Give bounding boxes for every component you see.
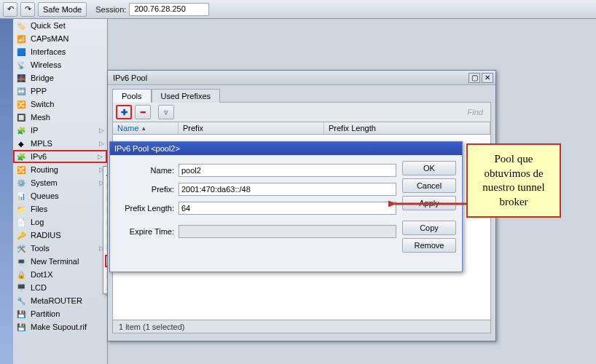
status-bar: 1 item (1 selected) xyxy=(113,320,490,333)
menu-icon: 📁 xyxy=(16,204,26,214)
dialog-titlebar[interactable]: IPv6 Pool <pool2> xyxy=(110,142,462,155)
prefix-label: Prefix: xyxy=(116,185,174,194)
find-field[interactable]: Find xyxy=(468,108,487,116)
menu-item-files[interactable]: 📁Files xyxy=(13,202,107,215)
menu-label: Quick Set xyxy=(31,21,66,30)
menu-label: Routing xyxy=(31,165,58,174)
menu-label: IP xyxy=(31,126,38,135)
menu-icon: ⚙️ xyxy=(16,178,26,188)
prefix-length-label: Prefix Length: xyxy=(116,204,174,213)
copy-button[interactable]: Copy xyxy=(402,221,456,235)
menu-label: Tools xyxy=(31,244,50,253)
apply-button[interactable]: Apply xyxy=(402,196,456,210)
menu-item-switch[interactable]: 🔀Switch xyxy=(13,98,107,111)
window-minimize-button[interactable]: ▢ xyxy=(468,73,480,83)
menu-label: MPLS xyxy=(31,139,52,148)
menu-item-partition[interactable]: 💾Partition xyxy=(13,307,107,320)
tabs: Pools Used Prefixes xyxy=(108,85,495,102)
tab-pools[interactable]: Pools xyxy=(112,89,152,103)
menu-item-make-supout-rif[interactable]: 💾Make Supout.rif xyxy=(13,320,107,333)
expire-time-label: Expire Time: xyxy=(116,227,174,236)
menu-item-bridge[interactable]: 🌉Bridge xyxy=(13,71,107,84)
menu-label: System xyxy=(31,178,58,187)
name-label: Name: xyxy=(116,166,174,175)
undo-button[interactable]: ↶ xyxy=(3,2,17,17)
menu-label: Switch xyxy=(31,100,54,108)
window-title: IPv6 Pool xyxy=(110,74,147,82)
menu-label: Files xyxy=(31,205,47,213)
window-close-button[interactable]: ✕ xyxy=(482,73,493,83)
menu-item-quick-set[interactable]: 🏷️Quick Set xyxy=(13,19,107,32)
menu-item-mesh[interactable]: 🔲Mesh xyxy=(13,111,107,124)
menu-item-routing[interactable]: 🔀Routing▷ xyxy=(13,163,107,176)
caret-icon: ▷ xyxy=(98,153,103,160)
menu-label: Dot1X xyxy=(31,270,53,279)
window-titlebar[interactable]: IPv6 Pool ▢ ✕ xyxy=(108,71,495,85)
menu-label: CAPsMAN xyxy=(31,34,69,43)
menu-icon: 💾 xyxy=(16,322,26,332)
menu-item-mpls[interactable]: ◆MPLS▷ xyxy=(13,137,107,150)
main-menu: 🏷️Quick Set📶CAPsMAN🟦Interfaces📡Wireless🌉… xyxy=(13,19,108,364)
minus-icon: ━ xyxy=(141,108,146,117)
menu-label: Wireless xyxy=(31,60,61,69)
dialog-buttons: OK Cancel Apply Copy Remove xyxy=(402,161,456,253)
pool-toolbar: ✚ ━ ▿ Find xyxy=(113,103,490,122)
column-prefix-length[interactable]: Prefix Length xyxy=(324,122,490,134)
menu-item-log[interactable]: 📄Log xyxy=(13,215,107,229)
column-prefix[interactable]: Prefix xyxy=(179,122,324,134)
menu-icon: 📄 xyxy=(16,217,26,227)
plus-icon: ✚ xyxy=(121,108,128,117)
menu-icon: 🔧 xyxy=(16,296,26,306)
menu-item-lcd[interactable]: 🖥️LCD xyxy=(13,281,107,294)
redo-icon: ↷ xyxy=(25,4,31,14)
menu-icon: 📶 xyxy=(16,33,26,44)
left-strip: OS WinBox xyxy=(0,19,13,364)
menu-item-capsman[interactable]: 📶CAPsMAN xyxy=(13,32,107,45)
add-pool-button[interactable]: ✚ xyxy=(116,105,132,119)
menu-label: Mesh xyxy=(31,113,50,122)
tab-used-prefixes[interactable]: Used Prefixes xyxy=(152,89,220,103)
safe-mode-button[interactable]: Safe Mode xyxy=(38,2,87,17)
menu-label: Bridge xyxy=(31,74,54,82)
menu-item-ppp[interactable]: ↔️PPP xyxy=(13,84,107,98)
menu-item-ip[interactable]: 🧩IP▷ xyxy=(13,124,107,137)
column-headers: Name Prefix Prefix Length xyxy=(113,122,490,135)
menu-item-ipv6[interactable]: 🧩IPv6▷ xyxy=(13,150,107,163)
menu-icon: 📊 xyxy=(16,191,26,201)
menu-item-dot1x[interactable]: 🔒Dot1X xyxy=(13,268,107,281)
menu-icon: 💾 xyxy=(16,309,26,319)
menu-item-queues[interactable]: 📊Queues xyxy=(13,189,107,202)
menu-label: IPv6 xyxy=(31,152,47,161)
dialog-form: Name: Prefix: Prefix Length: Expire Time… xyxy=(116,161,396,253)
remove-pool-button[interactable]: ━ xyxy=(135,105,151,119)
filter-button[interactable]: ▿ xyxy=(158,105,174,119)
menu-item-metarouter[interactable]: 🔧MetaROUTER xyxy=(13,294,107,307)
menu-item-interfaces[interactable]: 🟦Interfaces xyxy=(13,45,107,58)
caret-icon: ▷ xyxy=(99,140,104,147)
name-input[interactable] xyxy=(179,164,396,177)
column-name[interactable]: Name xyxy=(113,122,179,134)
prefix-input[interactable] xyxy=(179,183,396,196)
ok-button[interactable]: OK xyxy=(402,161,456,175)
menu-label: Queues xyxy=(31,191,59,200)
menu-label: PPP xyxy=(31,87,47,95)
menu-label: MetaROUTER xyxy=(31,296,82,305)
remove-button[interactable]: Remove xyxy=(402,238,456,253)
menu-item-wireless[interactable]: 📡Wireless xyxy=(13,58,107,71)
session-label: Session: xyxy=(95,5,126,14)
menu-icon: 🔲 xyxy=(16,112,26,122)
menu-item-tools[interactable]: 🛠️Tools▷ xyxy=(13,242,107,255)
prefix-length-input[interactable] xyxy=(179,202,396,215)
menu-item-system[interactable]: ⚙️System▷ xyxy=(13,176,107,189)
menu-icon: 🔑 xyxy=(16,230,26,240)
menu-icon: 🧩 xyxy=(16,125,26,135)
menu-label: Partition xyxy=(31,309,60,318)
menu-icon: 📡 xyxy=(16,60,26,70)
top-toolbar: ↶ ↷ Safe Mode Session: 200.76.28.250 xyxy=(0,0,596,19)
redo-button[interactable]: ↷ xyxy=(20,2,35,17)
menu-label: LCD xyxy=(31,283,47,292)
menu-item-new-terminal[interactable]: 💻New Terminal xyxy=(13,255,107,268)
menu-item-radius[interactable]: 🔑RADIUS xyxy=(13,229,107,242)
menu-icon: 🔀 xyxy=(16,165,26,175)
cancel-button[interactable]: Cancel xyxy=(402,178,456,193)
